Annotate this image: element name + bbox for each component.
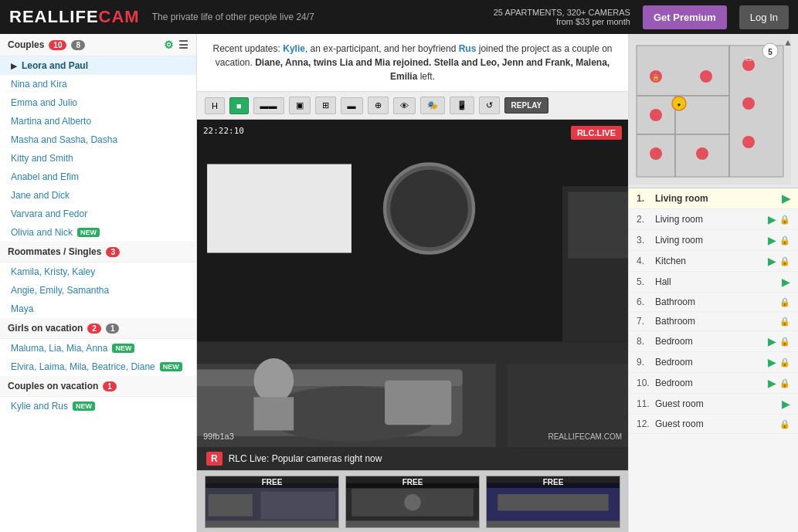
room-list-item[interactable]: 6.Bathroom🔒 <box>629 293 798 312</box>
toolbar-split4-button[interactable]: ⊞ <box>315 97 336 114</box>
logo-real: REAL <box>9 7 59 26</box>
toolbar-fit-button[interactable]: ▬▬ <box>253 97 284 114</box>
room-list-item[interactable]: 1.Living room▶ <box>629 188 798 209</box>
room-name: Living room <box>655 235 765 246</box>
room-list-item[interactable]: 2.Living room▶🔒 <box>629 209 798 230</box>
couple-vacation-name: Kylie and Rus <box>11 401 68 412</box>
room-name: Living room <box>655 193 779 204</box>
toolbar-mobile-button[interactable]: 📱 <box>450 97 474 114</box>
svg-point-21 <box>404 493 421 510</box>
room-list-item[interactable]: 10.Bedroom▶🔒 <box>629 373 798 394</box>
room-name: Hall <box>655 276 779 287</box>
sound-icon: ▶ <box>768 213 776 225</box>
sound-icon: ▶ <box>768 255 776 267</box>
sidebar-item-couple[interactable]: ▶Leora and Paul <box>0 56 196 75</box>
sound-icon: ▶ <box>782 398 790 410</box>
toolbar-split2-button[interactable]: ▣ <box>289 97 311 114</box>
room-list-item[interactable]: 8.Bedroom▶🔒 <box>629 331 798 352</box>
sidebar-item-roommate[interactable]: Kamila, Kristy, Kaley <box>0 263 196 281</box>
sidebar-item-couple[interactable]: Varvara and Fedor <box>0 205 196 223</box>
sidebar-item-couple-vacation[interactable]: Kylie and Rus NEW <box>0 397 196 415</box>
room-name: Guest room <box>655 418 776 429</box>
svg-rect-11 <box>568 191 628 258</box>
couple-name: Leora and Paul <box>22 60 88 71</box>
sidebar-item-couple[interactable]: Kitty and Smith <box>0 149 196 168</box>
couples-list: ▶Leora and PaulNina and KiraEmma and Jul… <box>0 56 196 242</box>
room-list-item[interactable]: 12.Guest room🔒 <box>629 415 798 434</box>
lock-icon: 🔒 <box>779 419 790 429</box>
toolbar-h-button[interactable]: H <box>205 97 225 114</box>
room-number: 12. <box>637 418 652 429</box>
room-list-item[interactable]: 5.Hall▶ <box>629 272 798 293</box>
room-list-item[interactable]: 11.Guest room▶ <box>629 394 798 415</box>
svg-text:▲: ▲ <box>783 37 791 48</box>
couple-name: Emma and Julio <box>11 97 77 108</box>
room-list-item[interactable]: 4.Kitchen▶🔒 <box>629 251 798 272</box>
roommate-name: Maya <box>11 303 33 314</box>
thumbnail-3[interactable]: FREE <box>486 476 620 528</box>
announcement-text1: , an ex-participant, and her boyfriend <box>305 43 459 54</box>
toolbar-person-button[interactable]: ⊕ <box>368 97 389 114</box>
new-badge: NEW <box>73 402 95 411</box>
room-name: Bedroom <box>655 378 765 388</box>
toolbar-eye-button[interactable]: 👁 <box>393 97 416 114</box>
thumb-2-badge: FREE <box>346 476 479 488</box>
svg-point-38 <box>650 109 662 121</box>
sidebar-item-couple[interactable]: Masha and Sasha, Dasha <box>0 130 196 149</box>
toolbar-wide-button[interactable]: ▬ <box>341 97 363 114</box>
stats-text: 25 APARTMENTS, 320+ CAMERAS from $33 per… <box>494 8 630 26</box>
video-placeholder: 22:22:10 RLC.LIVE 99fb1a3 REALLIFECAM.CO… <box>197 120 628 447</box>
couple-name: Nina and Kira <box>11 79 67 90</box>
video-id: 99fb1a3 <box>203 432 234 441</box>
sidebar-item-couple[interactable]: Nina and Kira <box>0 75 196 93</box>
sidebar-item-girl-vacation[interactable]: Maluma, Lia, Mia, Anna NEW <box>0 339 196 357</box>
room-list-item[interactable]: 3.Living room▶🔒 <box>629 230 798 251</box>
svg-point-9 <box>390 170 468 248</box>
bottom-strip: FREE FREE FREE <box>197 470 628 532</box>
couple-name: Kitty and Smith <box>11 153 73 164</box>
couples-menu-icon[interactable]: ☰ <box>178 39 188 51</box>
room-list-item[interactable]: 9.Bedroom▶🔒 <box>629 352 798 373</box>
girls-vacation-badge2: 1 <box>106 324 120 334</box>
header: REALLIFECAM The private life of other pe… <box>0 0 798 34</box>
sound-icon: ▶ <box>768 377 776 389</box>
bottom-header: R RLC Live: Popular cameras right now <box>197 447 628 470</box>
announcement-names3: Diane, Anna, twins Lia and Mia rejoined. <box>255 57 431 68</box>
toolbar-replay-button[interactable]: REPLAY <box>504 97 549 114</box>
sidebar-item-roommate[interactable]: Maya <box>0 300 196 318</box>
floorplan-svg: 5 🔒 ● 11 ▲ <box>629 34 791 185</box>
sidebar-item-girl-vacation[interactable]: Elvira, Laima, Mila, Beatrice, Diane NEW <box>0 357 196 376</box>
sidebar-item-couple[interactable]: Jane and Dick <box>0 186 196 205</box>
video-toolbar: H ■ ▬▬ ▣ ⊞ ▬ ⊕ 👁 🎭 📱 ↺ REPLAY <box>197 92 628 120</box>
main-layout: Couples 10 8 ⚙ ☰ ▶Leora and PaulNina and… <box>0 34 798 532</box>
couple-name: Masha and Sasha, Dasha <box>11 134 117 145</box>
sidebar-item-roommate[interactable]: Angie, Emily, Samantha <box>0 281 196 300</box>
logo: REALLIFECAM <box>9 7 140 27</box>
toolbar-live-button[interactable]: ■ <box>229 97 249 114</box>
sidebar-item-couple[interactable]: Emma and Julio <box>0 93 196 112</box>
live-badge: RLC.LIVE <box>571 126 622 140</box>
sound-icon: ▶ <box>768 356 776 368</box>
roommates-label: Roommates / Singles <box>8 246 101 257</box>
lock-icon: 🔒 <box>779 236 790 246</box>
svg-point-14 <box>253 358 294 402</box>
get-premium-button[interactable]: Get Premium <box>643 5 727 29</box>
login-button[interactable]: Log In <box>739 5 789 29</box>
announcement-text4: left. <box>417 71 435 82</box>
thumbnail-1[interactable]: FREE <box>205 476 339 528</box>
svg-rect-7 <box>207 164 351 252</box>
room-name: Bedroom <box>655 357 765 368</box>
announcement-name2: Rus <box>459 43 477 54</box>
svg-rect-24 <box>497 493 608 510</box>
couples-vacation-section-header: Couples on vacation 1 <box>0 376 196 397</box>
announcement-prefix: Recent updates: <box>212 43 283 54</box>
thumbnail-2[interactable]: FREE <box>345 476 480 528</box>
sidebar-item-couple[interactable]: Martina and Alberto <box>0 112 196 130</box>
toolbar-refresh-button[interactable]: ↺ <box>479 97 500 114</box>
sidebar-item-couple[interactable]: Olivia and Nick NEW <box>0 223 196 242</box>
room-list-item[interactable]: 7.Bathroom🔒 <box>629 312 798 331</box>
roommates-section-header: Roommates / Singles 3 <box>0 242 196 263</box>
sidebar-item-couple[interactable]: Anabel and Efim <box>0 168 196 186</box>
toolbar-mask-button[interactable]: 🎭 <box>420 97 445 114</box>
couple-name: Jane and Dick <box>11 190 70 201</box>
